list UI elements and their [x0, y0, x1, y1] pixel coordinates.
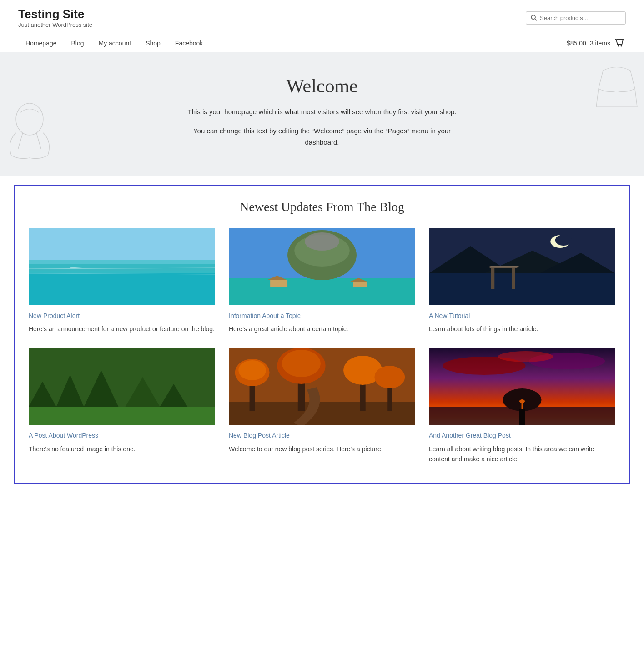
blog-card-image-post-5: [229, 348, 415, 425]
nav-shop[interactable]: Shop: [138, 34, 168, 52]
svg-rect-16: [229, 278, 415, 305]
blog-card-title-post-5[interactable]: New Blog Post Article: [229, 431, 415, 440]
cart-icon[interactable]: [614, 37, 626, 50]
blog-card-image-post-1: [29, 228, 215, 305]
blog-card-desc-post-4: There's no featured image in this one.: [29, 444, 215, 454]
header-top: Testing Site Just another WordPress site: [18, 7, 626, 28]
search-input[interactable]: [540, 15, 621, 21]
blog-card-image-post-4: [29, 348, 215, 425]
blog-card-image-post-2: [229, 228, 415, 305]
blog-card-desc-post-1: Here's an announcement for a new product…: [29, 324, 215, 334]
svg-point-58: [498, 351, 553, 362]
svg-point-50: [282, 350, 321, 377]
cart-area: $85.00 3 items: [567, 37, 626, 50]
hero-section: Welcome This is your homepage which is w…: [0, 52, 644, 176]
svg-line-5: [18, 133, 23, 149]
blog-card-post-4: A Post About WordPress There's no featur…: [29, 348, 215, 464]
blog-grid: New Product Alert Here's an announcement…: [29, 228, 615, 464]
nav-homepage[interactable]: Homepage: [18, 34, 64, 52]
svg-rect-33: [512, 267, 515, 289]
search-form[interactable]: [526, 11, 626, 25]
svg-rect-44: [229, 402, 415, 425]
svg-line-6: [36, 133, 41, 149]
svg-rect-11: [29, 260, 215, 273]
blog-section-title: Newest Updates From The Blog: [29, 200, 615, 214]
svg-rect-32: [491, 267, 495, 289]
blog-card-desc-post-6: Learn all about writing blog posts. In t…: [429, 444, 615, 464]
svg-point-4: [16, 103, 43, 135]
blog-card-desc-post-2: Here's a great article about a certain t…: [229, 324, 415, 334]
blog-card-desc-post-3: Learn about lots of things in the articl…: [429, 324, 615, 334]
nav-facebook[interactable]: Facebook: [168, 34, 210, 52]
blog-card-post-5: New Blog Post Article Welcome to our new…: [229, 348, 415, 464]
blog-card-title-post-1[interactable]: New Product Alert: [29, 312, 215, 321]
site-header: Testing Site Just another WordPress site: [0, 0, 644, 28]
blog-card-title-post-6[interactable]: And Another Great Blog Post: [429, 431, 615, 440]
nav-links: Homepage Blog My account Shop Facebook: [18, 34, 210, 52]
blog-card-post-1: New Product Alert Here's an announcement…: [29, 228, 215, 334]
blog-card-title-post-2[interactable]: Information About a Topic: [229, 312, 415, 321]
site-title: Testing Site: [18, 7, 92, 21]
svg-point-62: [519, 399, 525, 403]
site-branding: Testing Site Just another WordPress site: [18, 7, 92, 28]
blog-card-title-post-4[interactable]: A Post About WordPress: [29, 431, 215, 440]
svg-point-3: [621, 45, 622, 46]
hero-line1: This is your homepage which is what most…: [187, 106, 456, 118]
blog-card-post-3: A New Tutorial Learn about lots of thing…: [429, 228, 615, 334]
svg-point-2: [618, 45, 619, 46]
blog-card-title-post-3[interactable]: A New Tutorial: [429, 312, 615, 321]
cart-items-count: 3 items: [590, 40, 610, 47]
nav-my-account[interactable]: My account: [91, 34, 139, 52]
site-tagline: Just another WordPress site: [18, 21, 92, 28]
blog-section: Newest Updates From The Blog New Product…: [14, 185, 630, 484]
svg-point-27: [555, 235, 572, 246]
hero-sketch-right: [594, 61, 639, 113]
svg-rect-22: [353, 282, 367, 287]
blog-card-post-6: And Another Great Blog Post Learn all ab…: [429, 348, 615, 464]
site-nav: Homepage Blog My account Shop Facebook $…: [0, 34, 644, 52]
hero-sketch-left: [2, 101, 57, 166]
search-icon: [531, 15, 537, 21]
svg-rect-20: [270, 280, 287, 287]
blog-card-image-post-6: [429, 348, 615, 425]
cart-amount: $85.00: [567, 40, 586, 47]
blog-card-desc-post-5: Welcome to our new blog post series. Her…: [229, 444, 415, 454]
svg-point-0: [531, 15, 535, 19]
blog-card-image-post-3: [429, 228, 615, 305]
blog-card-post-2: Information About a Topic Here's a great…: [229, 228, 415, 334]
svg-rect-61: [519, 409, 525, 425]
svg-point-19: [305, 232, 339, 251]
svg-line-1: [535, 19, 537, 20]
hero-title: Welcome: [286, 75, 358, 97]
svg-rect-10: [29, 271, 215, 305]
svg-point-47: [238, 360, 266, 380]
svg-rect-37: [29, 407, 215, 425]
hero-line2: You can change this text by editing the …: [181, 125, 463, 148]
svg-rect-31: [429, 273, 615, 305]
svg-point-54: [374, 366, 405, 388]
nav-blog[interactable]: Blog: [64, 34, 91, 52]
